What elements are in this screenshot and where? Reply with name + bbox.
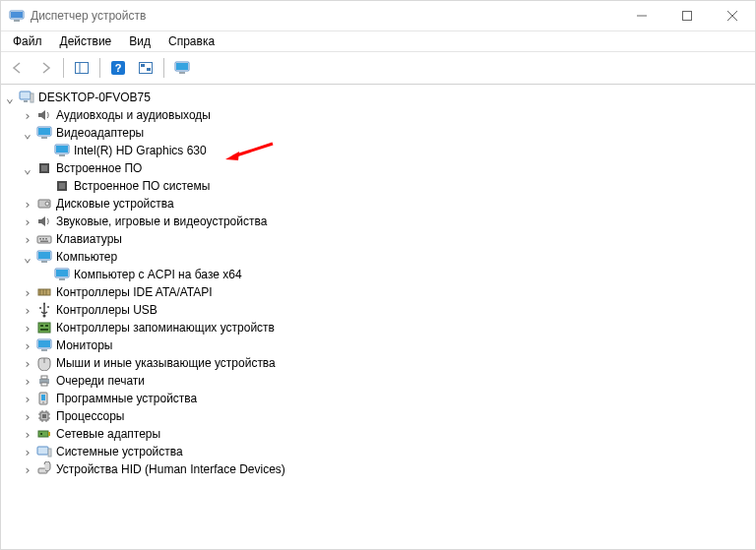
- svg-rect-36: [42, 238, 44, 240]
- svg-rect-53: [45, 325, 48, 327]
- annotation-arrow: [225, 140, 275, 161]
- svg-rect-77: [40, 433, 42, 435]
- svg-point-49: [43, 315, 46, 318]
- toolbar-separator: [163, 58, 164, 78]
- category-usb[interactable]: › Контроллеры USB: [21, 301, 755, 319]
- collapse-icon[interactable]: ⌄: [21, 161, 34, 176]
- collapse-icon[interactable]: ⌄: [3, 91, 17, 105]
- network-adapter-icon: [36, 426, 52, 442]
- svg-rect-24: [56, 146, 68, 153]
- svg-rect-4: [683, 12, 692, 21]
- svg-point-33: [45, 202, 49, 206]
- expand-icon[interactable]: ›: [21, 427, 34, 442]
- device-acpi-computer[interactable]: › Компьютер с ACPI на базе x64: [38, 266, 755, 283]
- expand-icon[interactable]: ›: [21, 214, 34, 229]
- svg-rect-22: [41, 137, 47, 139]
- root-node[interactable]: ⌄ DESKTOP-0FVOB75: [3, 89, 755, 106]
- node-label: Intel(R) HD Graphics 630: [74, 144, 213, 157]
- device-tree[interactable]: ⌄ DESKTOP-0FVOB75 › Аудиовходы и аудиовы…: [1, 85, 755, 549]
- svg-rect-61: [41, 383, 47, 386]
- expand-icon[interactable]: ›: [21, 462, 34, 477]
- show-hide-tree-button[interactable]: [69, 55, 94, 81]
- node-label: Компьютер: [56, 250, 123, 264]
- menu-view[interactable]: Вид: [121, 32, 158, 50]
- svg-rect-76: [48, 432, 50, 436]
- usb-icon: [36, 302, 52, 318]
- expand-icon[interactable]: ›: [21, 303, 34, 318]
- svg-rect-51: [38, 323, 50, 333]
- mouse-icon: [36, 355, 52, 371]
- printer-icon: [36, 373, 52, 389]
- svg-rect-29: [41, 165, 47, 171]
- svg-rect-75: [38, 431, 48, 437]
- minimize-button[interactable]: [619, 1, 664, 31]
- close-button[interactable]: [710, 1, 755, 31]
- category-network[interactable]: › Сетевые адаптеры: [21, 425, 755, 443]
- svg-point-50: [43, 303, 45, 305]
- speaker-icon: [36, 214, 52, 229]
- svg-rect-17: [20, 92, 31, 99]
- category-video[interactable]: ⌄ Видеоадаптеры: [21, 124, 755, 142]
- expand-icon[interactable]: ›: [21, 285, 34, 300]
- monitor-icon: [54, 267, 70, 282]
- node-label: Мыши и иные указывающие устройства: [56, 356, 282, 370]
- expand-icon[interactable]: ›: [21, 108, 34, 123]
- help-button[interactable]: ?: [105, 55, 131, 81]
- node-label: Устройства HID (Human Interface Devices): [56, 462, 291, 476]
- expand-icon[interactable]: ›: [21, 232, 34, 247]
- node-label: Звуковые, игровые и видеоустройства: [56, 214, 273, 228]
- svg-rect-35: [39, 238, 41, 240]
- svg-rect-52: [40, 325, 43, 327]
- ide-icon: [36, 284, 52, 300]
- expand-icon[interactable]: ›: [21, 409, 34, 424]
- collapse-icon[interactable]: ⌄: [21, 126, 34, 141]
- expand-icon[interactable]: ›: [21, 356, 34, 371]
- category-system-devices[interactable]: › Системные устройства: [21, 443, 755, 460]
- category-hid[interactable]: › Устройства HID (Human Interface Device…: [21, 460, 755, 478]
- category-firmware[interactable]: ⌄ Встроенное ПО: [21, 159, 755, 177]
- expand-icon[interactable]: ›: [21, 321, 34, 336]
- node-label: Встроенное ПО: [56, 161, 148, 175]
- toolbar-separator: [99, 58, 100, 78]
- category-sound[interactable]: › Звуковые, игровые и видеоустройства: [21, 213, 755, 230]
- svg-rect-43: [56, 270, 68, 276]
- monitor-button[interactable]: [169, 55, 195, 81]
- monitor-icon: [36, 249, 52, 265]
- category-computer[interactable]: ⌄ Компьютер: [21, 248, 755, 266]
- svg-rect-54: [40, 329, 48, 331]
- menu-help[interactable]: Справка: [160, 32, 222, 50]
- category-storage[interactable]: › Контроллеры запоминающих устройств: [21, 319, 755, 336]
- maximize-button[interactable]: [664, 1, 710, 31]
- window-title: Диспетчер устройств: [31, 9, 146, 23]
- category-mouse[interactable]: › Мыши и иные указывающие устройства: [21, 354, 755, 372]
- menu-file[interactable]: Файл: [5, 32, 50, 50]
- category-keyboard[interactable]: › Клавиатуры: [21, 230, 755, 248]
- expand-icon[interactable]: ›: [21, 374, 34, 389]
- category-disk[interactable]: › Дисковые устройства: [21, 195, 755, 213]
- expand-icon[interactable]: ›: [21, 445, 34, 459]
- expand-icon[interactable]: ›: [21, 392, 34, 406]
- menu-action[interactable]: Действие: [52, 32, 120, 50]
- scan-hardware-button[interactable]: [133, 55, 158, 81]
- category-ide[interactable]: › Контроллеры IDE ATA/ATAPI: [21, 283, 755, 301]
- svg-rect-44: [59, 278, 65, 280]
- svg-rect-12: [141, 64, 145, 67]
- hid-icon: [36, 461, 52, 477]
- expand-icon[interactable]: ›: [21, 338, 34, 353]
- svg-text:?: ?: [115, 62, 122, 74]
- node-label: Контроллеры IDE ATA/ATAPI: [56, 285, 219, 299]
- category-processors[interactable]: › Процессоры: [21, 407, 755, 425]
- category-software-devices[interactable]: › Программные устройства: [21, 390, 755, 407]
- svg-rect-19: [31, 93, 33, 102]
- device-intel-hd-graphics[interactable]: › Intel(R) HD Graphics 630: [38, 142, 755, 159]
- category-print-queues[interactable]: › Очереди печати: [21, 372, 755, 390]
- collapse-icon[interactable]: ⌄: [21, 250, 34, 265]
- expand-icon[interactable]: ›: [21, 197, 34, 212]
- device-system-firmware[interactable]: › Встроенное ПО системы: [38, 177, 755, 195]
- category-audio[interactable]: › Аудиовходы и аудиовыходы: [21, 106, 755, 124]
- node-label: Контроллеры запоминающих устройств: [56, 321, 281, 335]
- svg-rect-63: [41, 395, 45, 400]
- node-label: Процессоры: [56, 409, 131, 423]
- svg-rect-40: [38, 252, 50, 259]
- category-monitor[interactable]: › Мониторы: [21, 336, 755, 354]
